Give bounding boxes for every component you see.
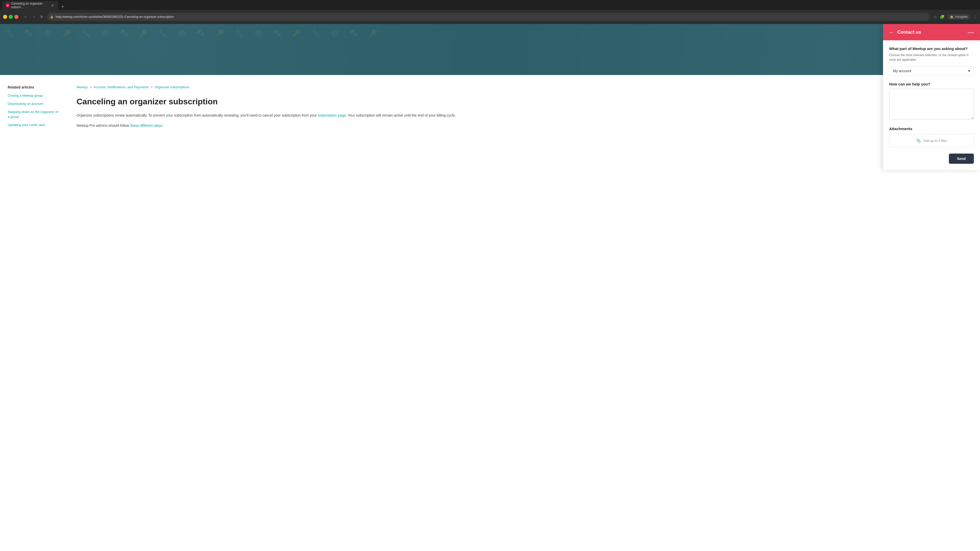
deco-icon: 🔑 (216, 29, 224, 70)
deco-icon: 🔧 (235, 29, 244, 70)
attachments-title: Attachments (889, 127, 974, 131)
active-tab[interactable]: m Canceling an organizer subscri... ✕ (2, 1, 58, 10)
deco-icon: 🔩 (197, 29, 205, 70)
send-button[interactable]: Send (949, 154, 974, 164)
contact-question: What part of Meetup are you asking about… (889, 46, 974, 51)
browser-actions: ☆ 🧩 🕵 Incognito ⋮ (934, 14, 977, 20)
minimize-window-button[interactable] (3, 15, 7, 19)
attachment-icon: 📎 (916, 138, 921, 143)
deco-icon: 🔑 (62, 29, 72, 70)
contact-body: What part of Meetup are you asking about… (883, 40, 980, 170)
left-sidebar: Related articles Closing a Meetup group … (0, 75, 66, 551)
deco-icon: 🔩 (120, 29, 129, 70)
url-text: help.meetup.com/hc/en-us/articles/360002… (56, 15, 174, 19)
hero-banner: 🔧 🔩 ⚙️ 🔑 🔧 ⚙️ 🔩 🔑 🔧 ⚙️ 🔩 🔑 🔧 ⚙️ 🔩 🔑 🔧 ⚙️… (0, 24, 980, 75)
tab-favicon: m (6, 3, 9, 7)
back-button[interactable]: ← (22, 14, 29, 20)
main-content: Related articles Closing a Meetup group … (0, 75, 980, 551)
deco-icon: ⚙️ (254, 29, 263, 70)
incognito-badge: 🕵 Incognito (947, 14, 970, 20)
article-body: Organizer subscriptions renew automatica… (76, 113, 970, 129)
article-area: Meetup > Account, Notifications, and Pay… (66, 75, 980, 551)
close-tab-button[interactable]: ✕ (51, 3, 54, 7)
breadcrumb-section[interactable]: Account, Notifications, and Payments (94, 85, 148, 89)
deco-icon: ⚙️ (331, 29, 339, 70)
bookmark-icon[interactable]: ☆ (934, 14, 937, 19)
deco-icon: 🔑 (292, 29, 301, 70)
contact-title: Contact us (897, 30, 921, 35)
deco-icon: ⚙️ (177, 29, 186, 70)
window-controls (3, 15, 18, 19)
contact-panel: ← Contact us — What part of Meetup are y… (883, 24, 980, 170)
deco-icon: 🔩 (350, 29, 359, 70)
account-type-dropdown[interactable]: My account Events Groups Payments Techni… (889, 66, 974, 76)
account-type-dropdown-wrapper: My account Events Groups Payments Techni… (889, 66, 974, 76)
close-window-button[interactable] (14, 15, 18, 19)
subscription-page-link[interactable]: subscription page (318, 113, 346, 118)
article-title: Canceling an organizer subscription (76, 97, 970, 106)
tab-bar: m Canceling an organizer subscri... ✕ + (0, 0, 980, 10)
help-textarea[interactable] (889, 89, 974, 119)
incognito-label: Incognito (955, 15, 968, 19)
deco-icon: ⚙️ (43, 29, 52, 70)
address-bar[interactable]: 🔒 help.meetup.com/hc/en-us/articles/3600… (47, 13, 929, 21)
page-wrapper: 🔧 🔩 ⚙️ 🔑 🔧 ⚙️ 🔩 🔑 🔧 ⚙️ 🔩 🔑 🔧 ⚙️ 🔩 🔑 🔧 ⚙️… (0, 24, 980, 551)
incognito-icon: 🕵 (950, 15, 954, 19)
deco-icon: 🔩 (273, 29, 282, 70)
contact-minimize-button[interactable]: — (968, 29, 974, 35)
hero-decorations: 🔧 🔩 ⚙️ 🔑 🔧 ⚙️ 🔩 🔑 🔧 ⚙️ 🔩 🔑 🔧 ⚙️ 🔩 🔑 🔧 ⚙️… (0, 24, 980, 75)
forward-button[interactable]: → (30, 14, 37, 20)
deco-icon: 🔧 (311, 29, 320, 70)
breadcrumb-home[interactable]: Meetup (76, 85, 88, 89)
lock-icon: 🔒 (50, 15, 54, 19)
attachments-section: Attachments 📎 Add up to 5 files (889, 127, 974, 148)
related-article-link-3[interactable]: Updating your credit card (8, 123, 59, 127)
contact-back-button[interactable]: ← (889, 30, 894, 35)
attachments-dropzone[interactable]: 📎 Add up to 5 files (889, 134, 974, 148)
browser-chrome: ← → ↻ 🔒 help.meetup.com/hc/en-us/article… (0, 10, 980, 24)
contact-header: ← Contact us — (883, 24, 980, 40)
deco-icon: 🔑 (369, 29, 378, 70)
breadcrumb-sep-2: > (151, 85, 153, 89)
attach-hint-text: Add up to 5 files (923, 139, 947, 143)
breadcrumb: Meetup > Account, Notifications, and Pay… (76, 85, 970, 89)
deco-icon: ⚙️ (101, 29, 110, 70)
breadcrumb-sep-1: > (89, 85, 92, 89)
related-article-link-1[interactable]: Deactivating an account (8, 102, 59, 106)
related-article-link-0[interactable]: Closing a Meetup group (8, 94, 59, 98)
send-btn-wrapper: Send (889, 154, 974, 164)
tab-title: Canceling an organizer subscri... (11, 2, 48, 9)
extensions-icon[interactable]: 🧩 (940, 14, 945, 19)
breadcrumb-current: Organizer subscriptions (155, 85, 189, 89)
deco-icon: 🔧 (158, 29, 167, 70)
help-label: How can we help you? (889, 82, 974, 86)
article-paragraph-2: Meetup Pro admins should follow these di… (76, 123, 970, 129)
article-paragraph-1: Organizer subscriptions renew automatica… (76, 113, 970, 119)
deco-icon: 🔧 (82, 29, 91, 70)
related-articles-title: Related articles (8, 85, 59, 89)
deco-icon: 🔩 (24, 29, 33, 70)
refresh-button[interactable]: ↻ (39, 14, 45, 20)
different-steps-link[interactable]: these different steps (130, 124, 162, 127)
contact-header-left: ← Contact us (889, 30, 921, 35)
deco-icon: 🔑 (139, 29, 148, 70)
nav-controls: ← → ↻ (22, 14, 45, 20)
deco-icon: 🔧 (5, 29, 14, 70)
new-tab-button[interactable]: + (59, 4, 66, 10)
related-article-link-2[interactable]: Stepping down as the organizer of a grou… (8, 110, 59, 119)
menu-icon[interactable]: ⋮ (973, 14, 977, 19)
maximize-window-button[interactable] (9, 15, 13, 19)
contact-hint: Choose the most relevant selection, or t… (889, 53, 974, 62)
